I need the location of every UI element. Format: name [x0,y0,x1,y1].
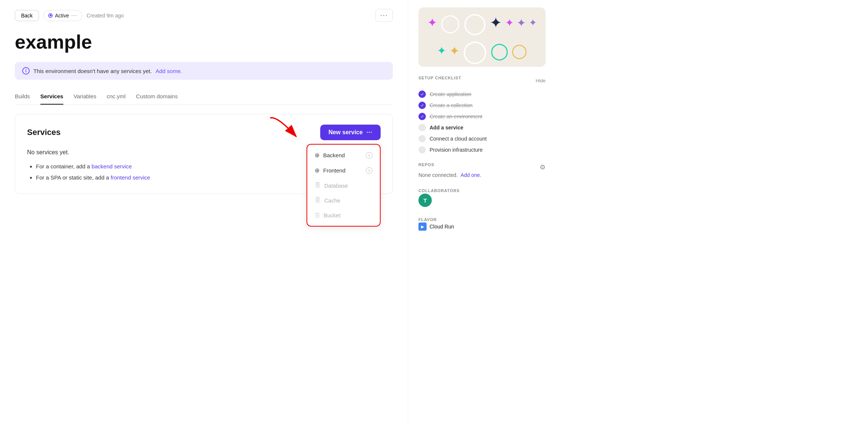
list-item-prefix: For a SPA or static site, add a [36,174,110,181]
tab-cnc-yml[interactable]: cnc.yml [107,90,126,105]
flavor-section: FLAVOR ▶ Cloud Run [418,216,546,231]
decorative-banner: ✦ ◯ ◯ ✦ ✦ ✦ ✦ ✦ ✦ ◯ ◯ ◯ [418,7,546,67]
info-banner: i This environment doesn't have any serv… [15,62,393,80]
setup-checklist-section: SETUP CHECKLIST Hide ✓ Create applicatio… [418,76,546,154]
repos-header: REPOS ⚙ [418,162,546,172]
repos-text: None connected. Add one. [418,172,546,178]
globe-icon: ⊕ [315,152,319,159]
dropdown-item-frontend[interactable]: ⊕ Frontend i [307,163,380,178]
globe-icon: ⊕ [315,167,319,174]
tab-variables[interactable]: Variables [74,90,96,105]
tab-services[interactable]: Services [40,90,63,105]
dropdown-item-label: Cache [324,197,340,204]
checklist-item-create-collection: ✓ Create a collection [418,102,546,109]
empty-circle-icon [418,135,426,142]
check-icon: ✓ [418,113,426,120]
services-card-header: Services New service ··· [27,125,381,140]
repos-section: REPOS ⚙ None connected. Add one. [418,162,546,178]
checklist-item-create-env: ✓ Create an environment [418,113,546,120]
gear-button[interactable]: ⚙ [540,163,546,171]
check-icon: ✓ [418,102,426,109]
dropdown-item-label: Database [324,182,348,189]
dropdown-item-cache: 🗄 Cache [307,193,380,208]
checklist-item-label: Add a service [430,125,463,131]
services-card: Services New service ··· No services yet… [15,114,393,194]
repos-none-text: None connected. [418,172,458,178]
created-time: Created 9m ago [87,13,124,19]
new-service-dots: ··· [367,129,372,136]
status-dot-icon [48,13,53,18]
add-some-link[interactable]: Add some. [156,68,182,74]
new-service-dropdown: ⊕ Backend i ⊕ Frontend i 🗄 Database 🗄 Ca… [307,144,381,227]
flavor-title: FLAVOR [418,217,437,222]
info-icon: i [22,67,30,75]
add-repo-link[interactable]: Add one. [461,172,481,178]
checklist-item-label: Create a collection [430,102,473,108]
check-icon: ✓ [418,90,426,98]
status-more[interactable]: ··· [71,12,77,19]
info-circle-icon: i [366,152,372,159]
status-label: Active [55,13,69,19]
dropdown-item-database: 🗄 Database [307,178,380,193]
banner-text: This environment doesn't have any servic… [33,68,152,74]
list-item-prefix: For a container, add a [36,163,92,169]
checklist-item-label: Create an environment [430,113,482,119]
dropdown-item-backend[interactable]: ⊕ Backend i [307,148,380,163]
repos-title: REPOS [418,162,434,167]
dropdown-item-label: Frontend [323,167,345,174]
new-service-button[interactable]: New service ··· [320,125,381,140]
tabs: Builds Services Variables cnc.yml Custom… [15,90,393,105]
right-sidebar: ✦ ◯ ◯ ✦ ✦ ✦ ✦ ✦ ✦ ◯ ◯ ◯ SETUP CHECKLIST … [408,0,556,425]
database-icon: 🗄 [315,197,321,204]
checklist-item-connect-cloud: Connect a cloud account [418,135,546,142]
database-icon: 🗄 [315,182,321,189]
checklist-item-create-app: ✓ Create application [418,90,546,98]
status-badge[interactable]: Active ··· [43,10,82,21]
checklist-title: SETUP CHECKLIST [418,76,461,80]
dropdown-item-bucket: ☰ Bucket [307,208,380,223]
checklist-item-label: Connect a cloud account [430,136,487,142]
checklist-item-add-service: Add a service [418,124,546,131]
empty-circle-icon [418,146,426,154]
cloud-run-icon: ▶ [418,223,427,231]
collaborators-section: COLLABORATORS T [418,187,546,207]
more-button[interactable]: ··· [375,9,393,22]
layers-icon: ☰ [315,212,320,219]
checklist-header: SETUP CHECKLIST Hide [418,76,546,85]
checklist-item-label: Create application [430,91,471,97]
page-title: example [15,31,393,53]
frontend-service-link[interactable]: frontend service [110,174,150,181]
back-button[interactable]: Back [15,10,39,21]
info-circle-icon: i [366,167,372,174]
dropdown-item-label: Backend [323,152,345,158]
tab-custom-domains[interactable]: Custom domains [136,90,178,105]
new-service-label: New service [328,129,363,136]
collaborators-title: COLLABORATORS [418,188,460,193]
checklist-item-label: Provision infrastructure [430,147,483,153]
empty-circle-icon [418,124,426,131]
backend-service-link[interactable]: backend service [92,163,132,169]
dropdown-item-label: Bucket [324,212,341,218]
services-section-title: Services [27,128,61,137]
main-content: Back Active ··· Created 9m ago ··· examp… [0,0,408,425]
flavor-label: Cloud Run [430,224,454,230]
checklist-item-provision: Provision infrastructure [418,146,546,154]
top-bar: Back Active ··· Created 9m ago ··· [15,9,393,22]
hide-button[interactable]: Hide [536,78,546,83]
flavor-row: ▶ Cloud Run [418,223,546,231]
tab-builds[interactable]: Builds [15,90,30,105]
collaborator-avatar: T [418,194,432,207]
